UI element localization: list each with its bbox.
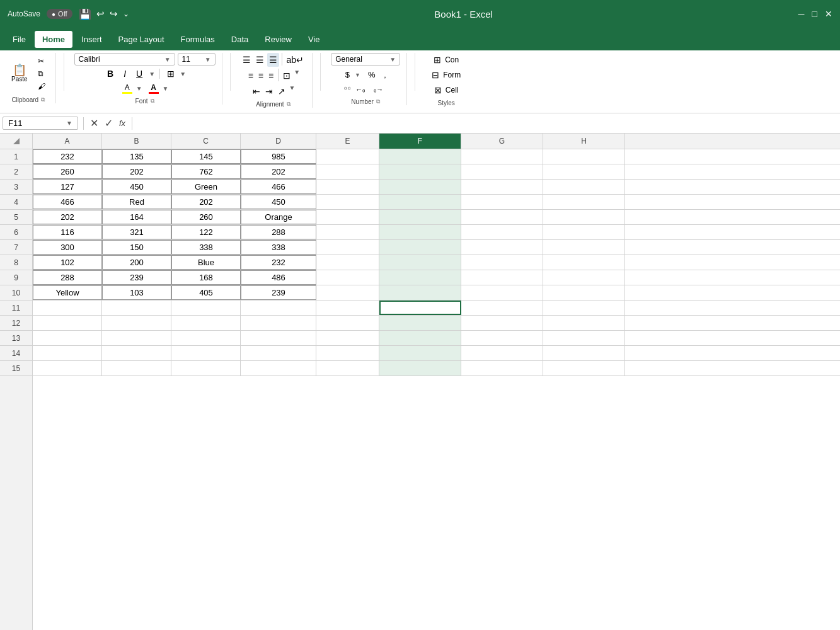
font-size-select[interactable]: 11 ▼ xyxy=(178,53,216,66)
cell-b3[interactable]: 450 xyxy=(102,180,171,194)
cell-h9[interactable] xyxy=(543,270,625,285)
row-header-1[interactable]: 1 xyxy=(0,149,32,164)
align-center-button[interactable]: ≡ xyxy=(256,69,265,83)
row-header-15[interactable]: 15 xyxy=(0,361,32,376)
align-right-button[interactable]: ≡ xyxy=(267,69,275,83)
cell-e4[interactable] xyxy=(316,195,379,209)
cell-a14[interactable] xyxy=(33,346,102,360)
col-header-e[interactable]: E xyxy=(316,134,379,149)
undo-icon[interactable]: ↩ xyxy=(96,8,105,20)
cell-g12[interactable] xyxy=(461,316,543,330)
menu-view[interactable]: Vie xyxy=(301,31,328,48)
cell-c12[interactable] xyxy=(171,316,241,330)
col-header-h[interactable]: H xyxy=(543,134,625,149)
cell-e2[interactable] xyxy=(316,164,379,179)
cell-d4[interactable]: 450 xyxy=(241,195,316,209)
cell-h6[interactable] xyxy=(543,225,625,239)
menu-formulas[interactable]: Formulas xyxy=(173,31,222,48)
clipboard-expand-icon[interactable]: ⧉ xyxy=(41,96,45,103)
percent-button[interactable]: % xyxy=(364,68,379,81)
increase-indent-button[interactable]: ⇥ xyxy=(263,84,275,98)
cell-a10[interactable]: Yellow xyxy=(33,285,102,300)
alignment-expand-icon[interactable]: ⧉ xyxy=(287,101,291,108)
name-box[interactable]: F11 ▼ xyxy=(3,117,78,130)
cell-a1[interactable]: 232 xyxy=(33,149,102,164)
cell-a8[interactable]: 102 xyxy=(33,255,102,270)
cell-c6[interactable]: 122 xyxy=(171,225,241,239)
cancel-formula-button[interactable]: ✕ xyxy=(89,116,100,130)
cell-d12[interactable] xyxy=(241,316,316,330)
cell-g4[interactable] xyxy=(461,195,543,209)
row-header-8[interactable]: 8 xyxy=(0,255,32,270)
cell-e7[interactable] xyxy=(316,240,379,255)
cell-c10[interactable]: 405 xyxy=(171,285,241,300)
cell-h7[interactable] xyxy=(543,240,625,255)
col-header-c[interactable]: C xyxy=(171,134,241,149)
cell-e10[interactable] xyxy=(316,285,379,300)
underline-dropdown[interactable]: ▼ xyxy=(149,71,155,77)
cell-f10[interactable] xyxy=(379,285,461,300)
cell-f5[interactable] xyxy=(379,210,461,224)
align-top-right-button[interactable]: ☰ xyxy=(267,53,279,67)
cell-b15[interactable] xyxy=(102,361,171,375)
cell-e1[interactable] xyxy=(316,149,379,164)
autosave-toggle[interactable]: ● Off xyxy=(47,9,72,19)
cell-e5[interactable] xyxy=(316,210,379,224)
row-header-3[interactable]: 3 xyxy=(0,180,32,195)
cell-d9[interactable]: 486 xyxy=(241,270,316,285)
cell-b9[interactable]: 239 xyxy=(102,270,171,285)
cell-e15[interactable] xyxy=(316,361,379,375)
insert-function-button[interactable]: fx xyxy=(118,117,127,129)
row-header-12[interactable]: 12 xyxy=(0,316,32,331)
col-header-f[interactable]: F xyxy=(379,134,461,149)
highlight-color-button[interactable]: A xyxy=(121,82,134,95)
cell-d10[interactable]: 239 xyxy=(241,285,316,300)
cell-f7[interactable] xyxy=(379,240,461,255)
increase-decimal-button[interactable]: ₀→ xyxy=(370,84,387,96)
cell-c15[interactable] xyxy=(171,361,241,375)
highlight-dropdown[interactable]: ▼ xyxy=(136,85,142,92)
cell-f6[interactable] xyxy=(379,225,461,239)
align-top-center-button[interactable]: ☰ xyxy=(254,53,266,67)
cell-d3[interactable]: 466 xyxy=(241,180,316,194)
cell-e6[interactable] xyxy=(316,225,379,239)
cell-a5[interactable]: 202 xyxy=(33,210,102,224)
cell-b10[interactable]: 103 xyxy=(102,285,171,300)
cell-d2[interactable]: 202 xyxy=(241,164,316,179)
col-header-g[interactable]: G xyxy=(461,134,543,149)
cell-f8[interactable] xyxy=(379,255,461,270)
cell-h4[interactable] xyxy=(543,195,625,209)
cell-g9[interactable] xyxy=(461,270,543,285)
italic-button[interactable]: I xyxy=(120,67,130,80)
align-left-button[interactable]: ≡ xyxy=(246,69,255,83)
cell-d14[interactable] xyxy=(241,346,316,360)
underline-button[interactable]: U xyxy=(132,67,146,80)
format-as-table-button[interactable]: ⊟ Form xyxy=(425,68,467,82)
row-header-13[interactable]: 13 xyxy=(0,331,32,346)
col-header-a[interactable]: A xyxy=(33,134,102,149)
cell-a7[interactable]: 300 xyxy=(33,240,102,255)
cell-e11[interactable] xyxy=(316,301,379,315)
cell-g10[interactable] xyxy=(461,285,543,300)
cell-b12[interactable] xyxy=(102,316,171,330)
maximize-icon[interactable]: □ xyxy=(812,9,817,19)
cell-g7[interactable] xyxy=(461,240,543,255)
cell-e12[interactable] xyxy=(316,316,379,330)
cell-g1[interactable] xyxy=(461,149,543,164)
cell-h13[interactable] xyxy=(543,331,625,345)
cell-h3[interactable] xyxy=(543,180,625,194)
border-dropdown[interactable]: ▼ xyxy=(180,71,186,77)
menu-data[interactable]: Data xyxy=(224,31,256,48)
menu-review[interactable]: Review xyxy=(257,31,299,48)
col-header-b[interactable]: B xyxy=(102,134,171,149)
currency-dropdown[interactable]: ▼ xyxy=(355,72,360,78)
format-painter-button[interactable]: 🖌 xyxy=(34,81,49,92)
cell-h10[interactable] xyxy=(543,285,625,300)
cell-b6[interactable]: 321 xyxy=(102,225,171,239)
cell-b11[interactable] xyxy=(102,301,171,315)
cell-f4[interactable] xyxy=(379,195,461,209)
cell-d15[interactable] xyxy=(241,361,316,375)
formula-input[interactable] xyxy=(137,117,837,129)
row-header-6[interactable]: 6 xyxy=(0,225,32,240)
row-header-10[interactable]: 10 xyxy=(0,285,32,301)
